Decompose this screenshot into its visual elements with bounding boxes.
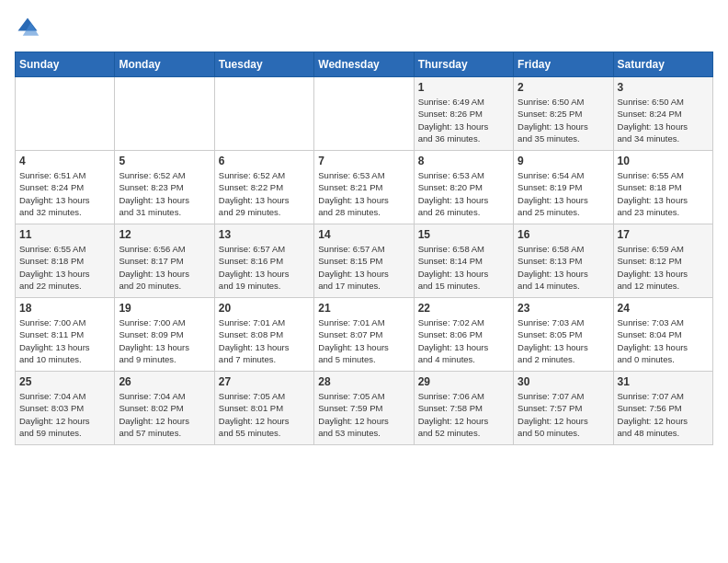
day-cell: 26Sunrise: 7:04 AM Sunset: 8:02 PM Dayli… <box>115 372 214 445</box>
day-info: Sunrise: 6:58 AM Sunset: 8:13 PM Dayligh… <box>518 243 609 292</box>
day-cell: 31Sunrise: 7:07 AM Sunset: 7:56 PM Dayli… <box>613 372 712 445</box>
day-cell: 9Sunrise: 6:54 AM Sunset: 8:19 PM Daylig… <box>514 151 613 224</box>
page-header <box>15 15 713 40</box>
day-cell: 11Sunrise: 6:55 AM Sunset: 8:18 PM Dayli… <box>16 224 115 298</box>
day-cell: 29Sunrise: 7:06 AM Sunset: 7:58 PM Dayli… <box>414 372 513 445</box>
day-cell: 7Sunrise: 6:53 AM Sunset: 8:21 PM Daylig… <box>314 151 414 224</box>
day-info: Sunrise: 6:52 AM Sunset: 8:22 PM Dayligh… <box>219 169 310 218</box>
day-cell: 20Sunrise: 7:01 AM Sunset: 8:08 PM Dayli… <box>214 298 313 372</box>
day-info: Sunrise: 6:58 AM Sunset: 8:14 PM Dayligh… <box>418 243 509 292</box>
day-cell: 23Sunrise: 7:03 AM Sunset: 8:05 PM Dayli… <box>514 298 613 372</box>
day-info: Sunrise: 7:04 AM Sunset: 8:03 PM Dayligh… <box>19 390 110 439</box>
day-number: 3 <box>618 81 709 94</box>
day-cell: 16Sunrise: 6:58 AM Sunset: 8:13 PM Dayli… <box>514 224 613 298</box>
day-cell: 19Sunrise: 7:00 AM Sunset: 8:09 PM Dayli… <box>115 298 214 372</box>
logo <box>15 15 44 40</box>
day-number: 29 <box>418 375 509 388</box>
day-cell: 28Sunrise: 7:05 AM Sunset: 7:59 PM Dayli… <box>314 372 414 445</box>
day-number: 28 <box>318 375 409 388</box>
day-cell: 13Sunrise: 6:57 AM Sunset: 8:16 PM Dayli… <box>214 224 313 298</box>
week-row-3: 11Sunrise: 6:55 AM Sunset: 8:18 PM Dayli… <box>16 224 713 298</box>
day-info: Sunrise: 7:03 AM Sunset: 8:05 PM Dayligh… <box>518 316 609 365</box>
day-cell: 21Sunrise: 7:01 AM Sunset: 8:07 PM Dayli… <box>314 298 414 372</box>
calendar-table: SundayMondayTuesdayWednesdayThursdayFrid… <box>15 52 713 445</box>
day-number: 17 <box>618 228 709 241</box>
day-number: 14 <box>318 228 409 241</box>
day-cell: 27Sunrise: 7:05 AM Sunset: 8:01 PM Dayli… <box>214 372 313 445</box>
day-number: 20 <box>219 302 310 315</box>
day-cell: 24Sunrise: 7:03 AM Sunset: 8:04 PM Dayli… <box>613 298 712 372</box>
day-cell: 10Sunrise: 6:55 AM Sunset: 8:18 PM Dayli… <box>613 151 712 224</box>
day-number: 6 <box>219 155 310 167</box>
day-info: Sunrise: 7:05 AM Sunset: 8:01 PM Dayligh… <box>219 390 310 439</box>
day-info: Sunrise: 6:55 AM Sunset: 8:18 PM Dayligh… <box>19 243 110 292</box>
day-info: Sunrise: 6:57 AM Sunset: 8:15 PM Dayligh… <box>318 243 409 292</box>
day-number: 24 <box>618 302 709 315</box>
day-number: 9 <box>518 155 609 167</box>
day-number: 10 <box>618 155 709 167</box>
day-number: 12 <box>119 228 210 241</box>
day-number: 19 <box>119 302 210 315</box>
day-info: Sunrise: 6:52 AM Sunset: 8:23 PM Dayligh… <box>119 169 210 218</box>
day-number: 1 <box>418 81 509 94</box>
day-cell <box>314 77 414 151</box>
day-number: 27 <box>219 375 310 388</box>
day-info: Sunrise: 7:00 AM Sunset: 8:11 PM Dayligh… <box>19 316 110 365</box>
day-cell: 5Sunrise: 6:52 AM Sunset: 8:23 PM Daylig… <box>115 151 214 224</box>
day-cell: 6Sunrise: 6:52 AM Sunset: 8:22 PM Daylig… <box>214 151 313 224</box>
day-number: 8 <box>418 155 509 167</box>
day-info: Sunrise: 6:54 AM Sunset: 8:19 PM Dayligh… <box>518 169 609 218</box>
day-info: Sunrise: 7:01 AM Sunset: 8:07 PM Dayligh… <box>318 316 409 365</box>
day-cell: 18Sunrise: 7:00 AM Sunset: 8:11 PM Dayli… <box>16 298 115 372</box>
day-cell: 25Sunrise: 7:04 AM Sunset: 8:03 PM Dayli… <box>16 372 115 445</box>
day-info: Sunrise: 6:50 AM Sunset: 8:24 PM Dayligh… <box>618 96 709 144</box>
day-info: Sunrise: 6:53 AM Sunset: 8:20 PM Dayligh… <box>418 169 509 218</box>
day-cell: 17Sunrise: 6:59 AM Sunset: 8:12 PM Dayli… <box>613 224 712 298</box>
day-info: Sunrise: 6:59 AM Sunset: 8:12 PM Dayligh… <box>618 243 709 292</box>
col-header-sunday: Sunday <box>16 52 115 77</box>
day-number: 15 <box>418 228 509 241</box>
day-info: Sunrise: 7:06 AM Sunset: 7:58 PM Dayligh… <box>418 390 509 439</box>
day-cell <box>214 77 313 151</box>
day-info: Sunrise: 6:51 AM Sunset: 8:24 PM Dayligh… <box>19 169 110 218</box>
day-info: Sunrise: 7:07 AM Sunset: 7:56 PM Dayligh… <box>618 390 709 439</box>
header-row: SundayMondayTuesdayWednesdayThursdayFrid… <box>16 52 713 77</box>
day-number: 13 <box>219 228 310 241</box>
day-cell: 30Sunrise: 7:07 AM Sunset: 7:57 PM Dayli… <box>514 372 613 445</box>
day-info: Sunrise: 6:57 AM Sunset: 8:16 PM Dayligh… <box>219 243 310 292</box>
day-info: Sunrise: 6:50 AM Sunset: 8:25 PM Dayligh… <box>518 96 609 144</box>
col-header-saturday: Saturday <box>613 52 712 77</box>
day-info: Sunrise: 7:05 AM Sunset: 7:59 PM Dayligh… <box>318 390 409 439</box>
week-row-1: 1Sunrise: 6:49 AM Sunset: 8:26 PM Daylig… <box>16 77 713 151</box>
day-number: 4 <box>19 155 110 167</box>
col-header-friday: Friday <box>514 52 613 77</box>
day-number: 5 <box>119 155 210 167</box>
day-cell: 3Sunrise: 6:50 AM Sunset: 8:24 PM Daylig… <box>613 77 712 151</box>
week-row-5: 25Sunrise: 7:04 AM Sunset: 8:03 PM Dayli… <box>16 372 713 445</box>
col-header-tuesday: Tuesday <box>214 52 313 77</box>
day-info: Sunrise: 7:00 AM Sunset: 8:09 PM Dayligh… <box>119 316 210 365</box>
day-cell: 1Sunrise: 6:49 AM Sunset: 8:26 PM Daylig… <box>414 77 513 151</box>
logo-icon <box>15 15 40 40</box>
day-number: 30 <box>518 375 609 388</box>
day-cell: 12Sunrise: 6:56 AM Sunset: 8:17 PM Dayli… <box>115 224 214 298</box>
day-number: 7 <box>318 155 409 167</box>
day-info: Sunrise: 7:04 AM Sunset: 8:02 PM Dayligh… <box>119 390 210 439</box>
day-number: 22 <box>418 302 509 315</box>
day-cell: 15Sunrise: 6:58 AM Sunset: 8:14 PM Dayli… <box>414 224 513 298</box>
day-info: Sunrise: 6:53 AM Sunset: 8:21 PM Dayligh… <box>318 169 409 218</box>
day-number: 18 <box>19 302 110 315</box>
day-info: Sunrise: 6:55 AM Sunset: 8:18 PM Dayligh… <box>618 169 709 218</box>
day-cell: 2Sunrise: 6:50 AM Sunset: 8:25 PM Daylig… <box>514 77 613 151</box>
day-number: 11 <box>19 228 110 241</box>
week-row-4: 18Sunrise: 7:00 AM Sunset: 8:11 PM Dayli… <box>16 298 713 372</box>
day-cell <box>16 77 115 151</box>
day-info: Sunrise: 6:49 AM Sunset: 8:26 PM Dayligh… <box>418 96 509 144</box>
col-header-wednesday: Wednesday <box>314 52 414 77</box>
day-number: 31 <box>618 375 709 388</box>
day-number: 23 <box>518 302 609 315</box>
col-header-thursday: Thursday <box>414 52 513 77</box>
col-header-monday: Monday <box>115 52 214 77</box>
day-info: Sunrise: 7:01 AM Sunset: 8:08 PM Dayligh… <box>219 316 310 365</box>
day-cell: 4Sunrise: 6:51 AM Sunset: 8:24 PM Daylig… <box>16 151 115 224</box>
